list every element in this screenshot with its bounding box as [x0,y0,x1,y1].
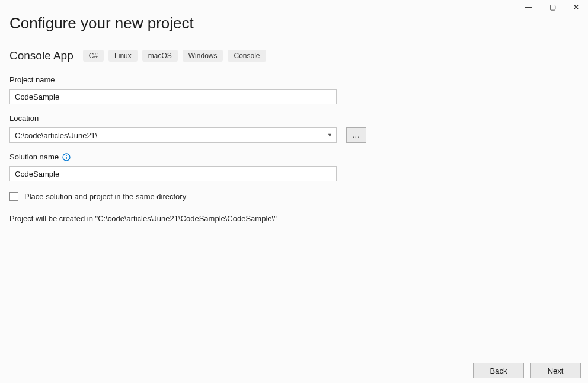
location-block: Location C:\code\articles\June21\ ▼ ... [9,114,579,143]
template-header-row: Console App C# Linux macOS Windows Conso… [9,49,579,62]
project-name-label: Project name [9,75,579,84]
svg-rect-2 [66,157,67,159]
solution-name-input[interactable] [9,166,337,181]
tag-windows: Windows [183,50,223,62]
project-name-block: Project name [9,75,579,104]
project-name-input[interactable] [9,89,337,104]
location-value: C:\code\articles\June21\ [15,131,97,140]
same-directory-label: Place solution and project in the same d… [24,192,186,201]
solution-name-block: Solution name [9,152,579,181]
browse-button[interactable]: ... [346,127,366,143]
back-button[interactable]: Back [473,363,524,378]
solution-name-label: Solution name [9,152,579,161]
page-title: Configure your new project [9,14,579,33]
template-tags: C# Linux macOS Windows Console [83,50,266,62]
tag-macos: macOS [142,50,178,62]
svg-point-1 [66,155,67,156]
info-icon[interactable] [62,153,71,161]
maximize-button[interactable]: ▢ [541,0,564,14]
same-directory-checkbox[interactable] [9,192,18,201]
close-button[interactable]: ✕ [564,0,588,14]
creation-path-summary: Project will be created in "C:\code\arti… [9,214,579,223]
location-label: Location [9,114,579,123]
tag-linux: Linux [108,50,138,62]
same-directory-row: Place solution and project in the same d… [9,192,579,201]
solution-name-label-text: Solution name [9,152,59,161]
template-name: Console App [9,49,74,62]
dialog-footer: Back Next [473,363,581,378]
tag-csharp: C# [83,50,104,62]
tag-console: Console [228,50,266,62]
chevron-down-icon: ▼ [327,132,333,138]
minimize-button[interactable]: — [517,0,541,14]
window-titlebar-controls: — ▢ ✕ [517,0,588,14]
next-button[interactable]: Next [530,363,581,378]
main-content: Configure your new project Console App C… [0,0,588,232]
location-combobox[interactable]: C:\code\articles\June21\ ▼ [9,127,337,143]
